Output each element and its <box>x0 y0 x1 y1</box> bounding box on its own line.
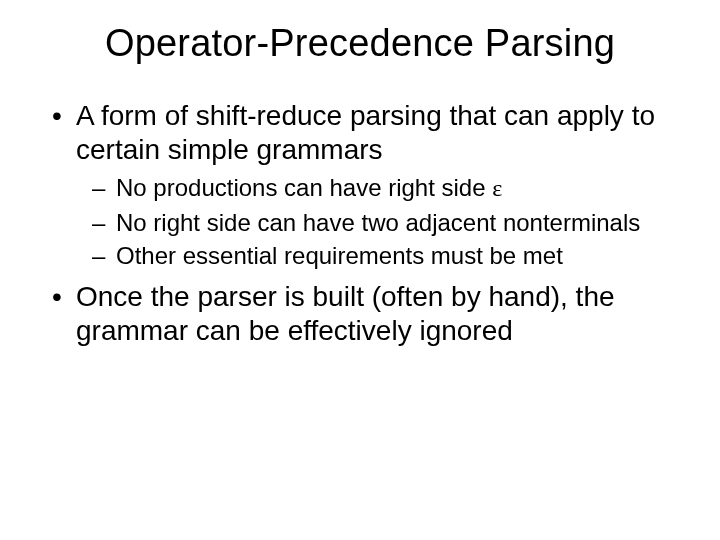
sub-bullet-2: No right side can have two adjacent nont… <box>92 208 672 237</box>
slide: Operator-Precedence Parsing A form of sh… <box>0 0 720 540</box>
sub-bullet-2-text: No right side can have two adjacent nont… <box>116 209 640 236</box>
sub-bullet-3: Other essential requirements must be met <box>92 241 672 270</box>
bullet-1-text: A form of shift-reduce parsing that can … <box>76 100 655 165</box>
epsilon-symbol: ε <box>492 175 502 201</box>
bullet-1: A form of shift-reduce parsing that can … <box>48 99 672 270</box>
sub-bullet-list: No productions can have right side ε No … <box>92 173 672 270</box>
sub-bullet-1: No productions can have right side ε <box>92 173 672 203</box>
bullet-list: A form of shift-reduce parsing that can … <box>48 99 672 348</box>
bullet-2: Once the parser is built (often by hand)… <box>48 280 672 348</box>
slide-title: Operator-Precedence Parsing <box>48 22 672 65</box>
sub-bullet-3-text: Other essential requirements must be met <box>116 242 563 269</box>
sub-bullet-1-text: No productions can have right side <box>116 174 492 201</box>
bullet-2-text: Once the parser is built (often by hand)… <box>76 281 615 346</box>
